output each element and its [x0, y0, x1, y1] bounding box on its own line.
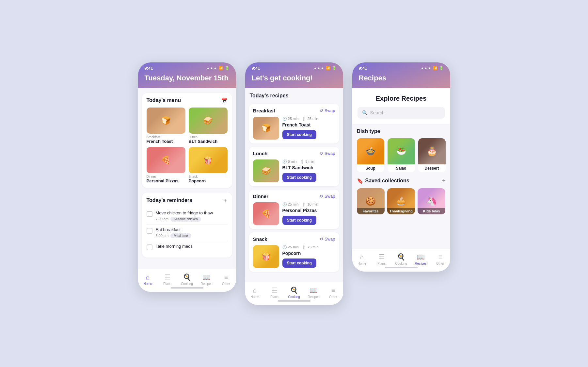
recipe-content-dinner: 🍕 🕐 25 min 🍴 10 min Personal Pizzas Star…	[253, 202, 335, 225]
nav-home[interactable]: ⌂ Home	[138, 274, 158, 286]
recipes-nav-home[interactable]: ⌂ Home	[352, 253, 372, 265]
recipe-section-header-dinner: Dinner ↺ Swap	[253, 193, 335, 199]
nav-other[interactable]: ≡ Other	[216, 274, 236, 286]
recipes-nav-other[interactable]: ≡ Other	[431, 253, 450, 265]
recipe-cook-snack: 🍴 <5 min	[302, 245, 318, 249]
reminder-item-3: Take morning meds	[147, 241, 228, 253]
cooking-body: Today's recipes Breakfast ↺ Swap 🍞 🕐 25 …	[245, 88, 343, 298]
dish-label-dessert: Dessert	[418, 164, 446, 172]
nav-home-icon: ⌂	[146, 274, 150, 281]
phone-cooking: 9:41 ▲▲▲ 📶 🔋 Let's get cooking! Today's …	[245, 62, 343, 305]
nav-cooking[interactable]: 🍳 Cooking	[177, 273, 197, 286]
collection-card-kidsbday[interactable]: 🦄 Kids bday	[418, 188, 445, 214]
nav-plans[interactable]: ☰ Plans	[158, 273, 177, 286]
todays-menu-card: Today's menu 📅 🍞 Breakfast French Toast …	[142, 93, 232, 188]
recipes-body: Explore Recipes 🔍 Search Dish type 🍲 Sou…	[352, 88, 450, 265]
cooking-nav-plans[interactable]: ☰ Plans	[265, 286, 284, 299]
nav-recipes[interactable]: 📖 Recipes	[197, 273, 216, 286]
home-body: Today's menu 📅 🍞 Breakfast French Toast …	[138, 88, 236, 285]
search-placeholder: Search	[370, 110, 385, 115]
phones-container: 9:41 ▲▲▲ 📶 🔋 Tuesday, November 15th Toda…	[138, 62, 450, 305]
status-bar-recipes: 9:41 ▲▲▲ 📶 🔋	[352, 62, 450, 72]
recipe-cook-dinner: 🍴 10 min	[302, 202, 318, 207]
recipe-section-title-snack: Snack	[253, 236, 267, 242]
reminder-time-2: 8:00 am	[156, 234, 169, 238]
status-icons-recipes: ▲▲▲ 📶 🔋	[421, 66, 444, 70]
menu-item-snack[interactable]: 🍿 Snack Popcorn	[189, 147, 228, 183]
calendar-icon[interactable]: 📅	[221, 97, 228, 104]
recipe-info-snack: 🕐 <5 min 🍴 <5 min Popcorn Start cooking	[282, 245, 335, 268]
collection-grid: 🍪 Favorites 🥧 Thanksgiving 🦄 Kids bday	[357, 188, 446, 214]
today-recipes-header: Today's recipes	[245, 88, 343, 101]
menu-name-popcorn: Popcorn	[189, 178, 228, 183]
explore-header: Explore Recipes 🔍 Search	[352, 88, 450, 124]
dish-label-soup: Soup	[357, 164, 384, 172]
menu-section-header: Today's menu 📅	[147, 97, 228, 104]
wifi-icon-recipes: 📶	[433, 66, 437, 70]
add-reminder-button[interactable]: +	[224, 197, 228, 204]
start-cooking-snack[interactable]: Start cooking	[282, 259, 317, 268]
dish-card-soup[interactable]: 🍲 Soup	[357, 138, 384, 172]
recipe-meta-snack: 🕐 <5 min 🍴 <5 min	[282, 245, 335, 249]
swap-link-lunch[interactable]: ↺ Swap	[320, 151, 335, 156]
status-time-recipes: 9:41	[359, 66, 367, 71]
battery-icon-recipes: 🔋	[439, 66, 444, 70]
collection-card-thanksgiving[interactable]: 🥧 Thanksgiving	[387, 188, 415, 214]
menu-item-lunch[interactable]: 🥪 Lunch BLT Sandwich	[189, 108, 228, 144]
recipes-nav-cooking[interactable]: 🍳 Cooking	[391, 253, 411, 265]
reminders-section-header: Today's reminders +	[147, 197, 228, 204]
status-icons-home: ▲▲▲ 📶 🔋	[206, 66, 230, 70]
battery-icon: 🔋	[225, 66, 230, 70]
dish-img-soup: 🍲	[357, 138, 384, 164]
dish-type-grid: 🍲 Soup 🥗 Salad 🎂 Dessert	[357, 138, 446, 172]
reminder-checkbox-2[interactable]	[147, 228, 152, 234]
swap-link-snack[interactable]: ↺ Swap	[320, 237, 335, 242]
start-cooking-dinner[interactable]: Start cooking	[282, 216, 317, 225]
status-bar-cooking: 9:41 ▲▲▲ 📶 🔋	[245, 62, 343, 72]
dish-card-dessert[interactable]: 🎂 Dessert	[418, 138, 446, 172]
reminder-text-1: Move chicken to fridge to thaw 7:00 am S…	[156, 210, 228, 222]
reminder-checkbox-1[interactable]	[147, 211, 152, 217]
cooking-nav-other[interactable]: ≡ Other	[324, 287, 343, 299]
start-cooking-breakfast[interactable]: Start cooking	[282, 130, 317, 139]
reminder-text-3: Take morning meds	[156, 244, 228, 250]
home-indicator-2	[278, 300, 310, 302]
cooking-nav-home-icon: ⌂	[253, 287, 257, 294]
menu-name-blt: BLT Sandwich	[189, 139, 228, 144]
reminder-checkbox-3[interactable]	[147, 244, 152, 250]
menu-item-breakfast[interactable]: 🍞 Breakfast French Toast	[147, 108, 185, 144]
dish-type-section: Dish type 🍲 Soup 🥗 Salad 🎂 Dessert	[352, 124, 450, 174]
recipe-meta-breakfast: 🕐 25 min 🍴 25 min	[282, 117, 335, 121]
collection-label-favorites: Favorites	[357, 208, 385, 214]
collection-card-favorites[interactable]: 🍪 Favorites	[357, 188, 385, 214]
add-collection-button[interactable]: +	[442, 177, 446, 184]
swap-link-dinner[interactable]: ↺ Swap	[320, 194, 335, 199]
wifi-icon-cooking: 📶	[326, 66, 330, 70]
recipe-prep-breakfast: 🕐 25 min	[282, 117, 299, 121]
recipe-section-snack: Snack ↺ Swap 🍿 🕐 <5 min 🍴 <5 min Popcorn…	[249, 232, 339, 272]
dish-card-salad[interactable]: 🥗 Salad	[388, 138, 415, 172]
recipes-nav-plans[interactable]: ☰ Plans	[372, 253, 391, 265]
cooking-nav-cooking[interactable]: 🍳 Cooking	[284, 286, 304, 299]
search-bar[interactable]: 🔍 Search	[358, 107, 445, 119]
swap-link-breakfast[interactable]: ↺ Swap	[320, 108, 335, 113]
menu-item-dinner[interactable]: 🍕 Dinner Personal Pizzas	[147, 147, 185, 183]
todays-reminders-card: Today's reminders + Move chicken to frid…	[142, 192, 232, 258]
recipe-img-french-toast: 🍞	[253, 117, 279, 140]
menu-name-pizza: Personal Pizzas	[147, 178, 185, 183]
menu-img-french-toast: 🍞	[147, 108, 185, 134]
recipe-section-header-breakfast: Breakfast ↺ Swap	[253, 108, 335, 113]
start-cooking-lunch[interactable]: Start cooking	[282, 173, 317, 182]
recipes-nav-recipes[interactable]: 📖 Recipes	[411, 253, 431, 265]
reminder-tag-1: Sesame chicken	[170, 217, 201, 222]
cooking-nav-plans-label: Plans	[270, 295, 278, 299]
recipe-img-popcorn: 🍿	[253, 245, 279, 268]
recipes-nav-other-icon: ≡	[438, 253, 442, 261]
cooking-nav-home[interactable]: ⌂ Home	[245, 287, 265, 299]
dish-img-dessert: 🎂	[418, 138, 446, 164]
cooking-page-title: Let's get cooking!	[245, 72, 343, 88]
nav-plans-label: Plans	[163, 282, 171, 286]
cooking-nav-recipes[interactable]: 📖 Recipes	[304, 286, 324, 299]
wifi-icon: 📶	[219, 66, 223, 70]
cooking-nav-other-label: Other	[329, 295, 337, 299]
